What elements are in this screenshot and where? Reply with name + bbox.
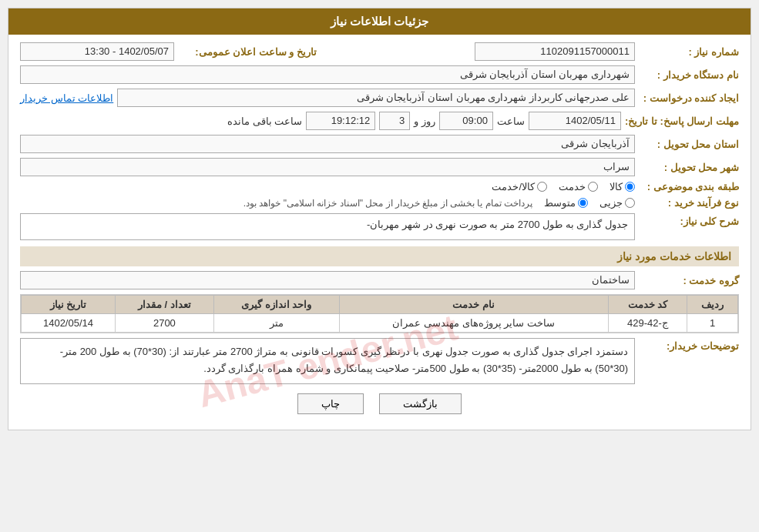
noeFarayand-radio-motevaset[interactable] <box>578 198 588 208</box>
mohlat-saat: 09:00 <box>439 112 493 130</box>
mohlat-date: 1402/05/11 <box>529 112 621 130</box>
tabaghe-radio-kala[interactable] <box>625 182 635 192</box>
sharhKoli-value: جدول گذاری به طول 2700 متر به صورت نهری … <box>20 213 635 240</box>
shahr-value: سراب <box>20 158 635 176</box>
footer-buttons: بازگشت چاپ <box>20 393 739 422</box>
tabaghe-kala-label: کالا <box>610 181 623 192</box>
shomareNiaz-label: شماره نیاز : <box>639 46 739 58</box>
tabaghe-radio-group: کالا خدمت کالا/خدمت <box>492 181 635 192</box>
bazgasht-button[interactable]: بازگشت <box>379 393 462 414</box>
noeFarayand-motevaset-label: متوسط <box>544 197 576 209</box>
col-vahed: واحد اندازه گیری <box>213 296 339 314</box>
tozihat-value: دستمزد اجرای جدول گذاری به صورت جدول نهر… <box>60 346 628 374</box>
col-tedad: تعداد / مقدار <box>115 296 213 314</box>
services-table-wrapper: ردیف کد خدمت نام خدمت واحد اندازه گیری ت… <box>20 294 739 333</box>
row-shomareNiaz: شماره نیاز : 1102091157000011 تاریخ و سا… <box>20 42 739 61</box>
row-namDastgah: نام دستگاه خریدار : شهرداری مهربان استان… <box>20 65 739 84</box>
row-ostan: استان محل تحویل : آذربایجان شرقی <box>20 135 739 153</box>
mohlat-label: مهلت ارسال پاسخ: تا تاریخ: <box>625 115 739 127</box>
ostan-label: استان محل تحویل : <box>639 139 739 150</box>
namDastgah-label: نام دستگاه خریدار : <box>639 69 739 81</box>
tozihat-label: توضیحات خریدار: <box>639 340 739 352</box>
row-noeFarayand: نوع فرآیند خرید : جزیی متوسط پرداخت تمام… <box>20 197 739 209</box>
groheKhadamat-label: گروه خدمت : <box>639 275 739 286</box>
tabaghe-kala-khadamat-label: کالا/خدمت <box>492 181 535 192</box>
noeFarayand-note: پرداخت تمام یا بخشی از مبلغ خریدار از مح… <box>243 198 532 209</box>
ostan-value: آذربایجان شرقی <box>20 135 635 153</box>
row-shahr: شهر محل تحویل : سراب <box>20 158 739 176</box>
mohlat-saat-label: ساعت <box>497 115 525 127</box>
tabaghe-radio-kala-khadamat[interactable] <box>537 182 547 192</box>
col-kodKhadamat: کد خدمت <box>608 296 687 314</box>
row-yadKonande: ایجاد کننده درخواست : علی صدرجهانی کاربر… <box>20 89 739 107</box>
row-sharhKoli: شرح کلی نیاز: جدول گذاری به طول 2700 متر… <box>20 213 739 240</box>
table-row: 1ج-42-429ساخت سایر پروژه‌های مهندسی عمرا… <box>22 314 738 333</box>
mohlat-remaining-label: ساعت باقی مانده <box>227 115 302 127</box>
sharhKoli-label: شرح کلی نیاز: <box>639 216 739 227</box>
tabaghe-radio-khadamat[interactable] <box>588 182 598 192</box>
namDastgah-value: شهرداری مهربان استان آذربایجان شرقی <box>20 65 635 84</box>
mohlat-remaining: 19:12:12 <box>306 112 375 130</box>
tozihat-value-wrapper: دستمزد اجرای جدول گذاری به صورت جدول نهر… <box>20 338 635 384</box>
col-radif: ردیف <box>687 296 738 314</box>
groheKhadamat-value: ساختمان <box>20 271 635 289</box>
yadKonande-label: ایجاد کننده درخواست : <box>639 92 739 104</box>
cell-radif: 1 <box>687 314 738 333</box>
mohlat-roz: 3 <box>379 112 410 130</box>
row-mohlat: مهلت ارسال پاسخ: تا تاریخ: 1402/05/11 سا… <box>20 112 739 130</box>
chap-button[interactable]: چاپ <box>297 393 364 414</box>
noeFarayand-option-motevaset[interactable]: متوسط <box>544 197 588 209</box>
cell-tarikh: 1402/05/14 <box>22 314 116 333</box>
cell-namKhadamat: ساخت سایر پروژه‌های مهندسی عمران <box>339 314 608 333</box>
main-card: جزئیات اطلاعات نیاز شماره نیاز : 1102091… <box>8 8 751 430</box>
page-wrapper: جزئیات اطلاعات نیاز شماره نیاز : 1102091… <box>0 0 759 438</box>
services-table: ردیف کد خدمت نام خدمت واحد اندازه گیری ت… <box>21 295 738 333</box>
khadamat-section-title: اطلاعات خدمات مورد نیاز <box>20 246 739 266</box>
row-groheKhadamat: گروه خدمت : ساختمان <box>20 271 739 289</box>
col-namKhadamat: نام خدمت <box>339 296 608 314</box>
cell-kodKhadamat: ج-42-429 <box>608 314 687 333</box>
tabaghe-label: طبقه بندی موضوعی : <box>639 181 739 192</box>
shomareNiaz-value: 1102091157000011 <box>475 42 636 61</box>
tabaghe-option-kala-khadamat[interactable]: کالا/خدمت <box>492 181 547 192</box>
card-body: شماره نیاز : 1102091157000011 تاریخ و سا… <box>8 35 751 430</box>
tabaghe-khadamat-label: خدمت <box>559 181 586 192</box>
cell-tedad: 2700 <box>115 314 213 333</box>
shahr-label: شهر محل تحویل : <box>639 162 739 173</box>
mohlat-roz-label: روز و <box>414 115 435 127</box>
noeFarayand-option-jozi[interactable]: جزیی <box>599 197 635 209</box>
page-title: جزئیات اطلاعات نیاز <box>331 15 428 28</box>
tabaghe-option-khadamat[interactable]: خدمت <box>559 181 598 192</box>
cell-vahed: متر <box>213 314 339 333</box>
card-header: جزئیات اطلاعات نیاز <box>8 8 751 35</box>
noeFarayand-radio-jozi[interactable] <box>625 198 635 208</box>
noeFarayand-radio-group: جزیی متوسط <box>544 197 635 209</box>
yadKonande-value: علی صدرجهانی کاربرداز شهرداری مهربان است… <box>117 89 635 107</box>
tarikhAelan-label: تاریخ و ساعت اعلان عمومی: <box>178 46 317 58</box>
noeFarayand-label: نوع فرآیند خرید : <box>639 197 739 209</box>
row-tozihat: توضیحات خریدار: دستمزد اجرای جدول گذاری … <box>20 338 739 384</box>
tarikhAelan-value: 1402/05/07 - 13:30 <box>20 42 174 61</box>
tabaghe-option-kala[interactable]: کالا <box>610 181 635 192</box>
noeFarayand-jozi-label: جزیی <box>599 197 623 209</box>
contact-link[interactable]: اطلاعات تماس خریدار <box>20 92 113 104</box>
col-tarikh: تاریخ نیاز <box>22 296 116 314</box>
row-tabaghe: طبقه بندی موضوعی : کالا خدمت کالا/خدمت <box>20 181 739 192</box>
